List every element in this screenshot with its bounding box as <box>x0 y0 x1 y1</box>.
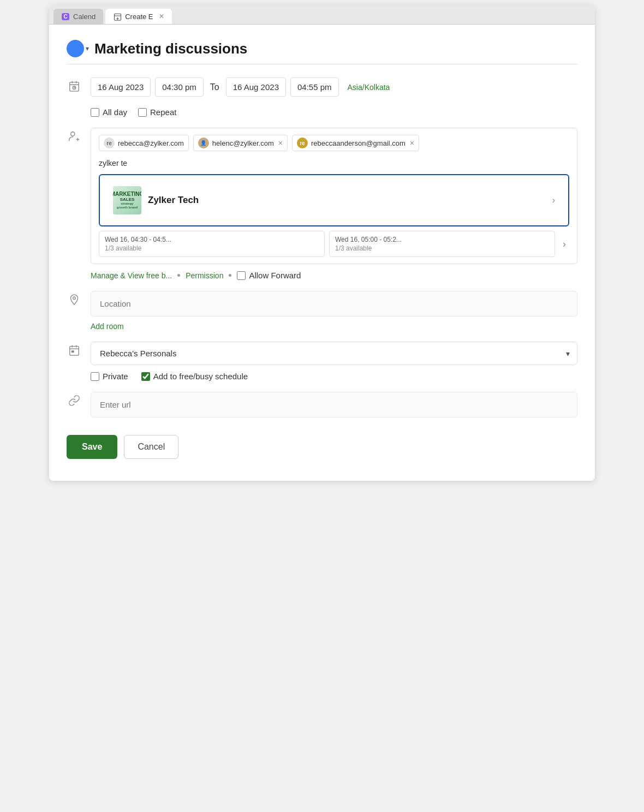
allday-repeat-row: All day Repeat <box>91 108 577 117</box>
manage-view-link[interactable]: Manage & View free b... <box>91 271 172 280</box>
dot-separator <box>229 274 231 277</box>
zylker-logo-cloud: MARKETING SALES strategy growth brand <box>113 186 141 214</box>
availability-row: Wed 16, 04:30 - 04:5... 1/3 available We… <box>99 231 569 257</box>
private-checkbox[interactable] <box>91 372 99 381</box>
remove-attendee-button[interactable]: × <box>410 139 414 147</box>
datetime-fields: 16 Aug 2023 04:30 pm To 16 Aug 2023 04:5… <box>91 77 577 97</box>
title-underline <box>67 64 577 64</box>
allow-forward-label[interactable]: Allow Forward <box>237 271 301 280</box>
datetime-icon <box>67 79 82 94</box>
attendees-box: re rebecca@zylker.com 👤 helenc@zylker.co… <box>91 128 577 264</box>
page-content: ▾ Marketing discussions 16 Aug <box>49 25 595 481</box>
slot-availability: 1/3 available <box>335 244 549 252</box>
svg-point-11 <box>71 132 75 136</box>
attendee-search-input[interactable] <box>99 157 569 170</box>
action-buttons: Save Cancel <box>67 435 577 459</box>
repeat-label: Repeat <box>150 108 176 117</box>
url-input[interactable] <box>91 392 577 417</box>
datetime-content: 16 Aug 2023 04:30 pm To 16 Aug 2023 04:5… <box>91 77 577 97</box>
end-date-field[interactable]: 16 Aug 2023 <box>226 77 286 97</box>
availability-slot[interactable]: Wed 16, 04:30 - 04:5... 1/3 available <box>99 231 325 257</box>
all-day-label: All day <box>103 108 127 117</box>
suggestion-item[interactable]: MARKETING SALES strategy growth brand Zy… <box>106 182 562 219</box>
datetime-row: 16 Aug 2023 04:30 pm To 16 Aug 2023 04:5… <box>67 77 577 97</box>
location-row: Add room <box>67 291 577 331</box>
svg-rect-17 <box>71 351 74 353</box>
slot-time: Wed 16, 05:00 - 05:2... <box>335 236 549 243</box>
permission-link[interactable]: Permission <box>186 271 223 280</box>
calendar-select-wrapper: Rebecca's Personals <box>91 342 577 365</box>
start-time-field[interactable]: 04:30 pm <box>155 77 204 97</box>
save-button[interactable]: Save <box>67 435 117 459</box>
cancel-button[interactable]: Cancel <box>124 435 178 459</box>
attendee-tag: 👤 helenc@zylker.com × <box>193 135 288 151</box>
svg-point-12 <box>73 297 76 300</box>
browser-window: C Calend Create E ✕ ▾ Mark <box>49 5 595 481</box>
event-title[interactable]: Marketing discussions <box>94 40 247 57</box>
attendees-row: re rebecca@zylker.com 👤 helenc@zylker.co… <box>67 128 577 280</box>
remove-attendee-button[interactable]: × <box>278 139 283 147</box>
busy-label[interactable]: Add to free/busy schedule <box>141 372 248 381</box>
suggestion-name: Zylker Tech <box>148 195 546 206</box>
slot-time: Wed 16, 04:30 - 04:5... <box>105 236 319 243</box>
calend-tab-icon: C <box>61 12 70 21</box>
attendee-email: rebecca@zylker.com <box>118 139 184 147</box>
attendee-avatar: 👤 <box>198 138 209 148</box>
calendar-icon <box>67 343 82 358</box>
private-busy-row: Private Add to free/busy schedule <box>91 372 577 381</box>
title-row: ▾ Marketing discussions <box>67 40 577 57</box>
attendee-avatar: re <box>104 138 115 148</box>
calendar-content: Rebecca's Personals Private Add to free/… <box>91 342 577 381</box>
calendar-dot <box>67 40 84 57</box>
location-input[interactable] <box>91 291 577 317</box>
availability-slot[interactable]: Wed 16, 05:00 - 05:2... 1/3 available <box>329 231 555 257</box>
dot-separator <box>177 274 180 277</box>
timezone-selector[interactable]: Asia/Kolkata <box>348 83 390 92</box>
url-content <box>91 392 577 417</box>
location-icon <box>67 292 82 307</box>
attendees-icon <box>67 129 82 144</box>
slot-availability: 1/3 available <box>105 244 319 252</box>
repeat-checkbox-label[interactable]: Repeat <box>138 108 176 117</box>
attendee-actions: Manage & View free b... Permission Allow… <box>91 271 577 280</box>
busy-text: Add to free/busy schedule <box>153 372 248 381</box>
attendee-tags: re rebecca@zylker.com 👤 helenc@zylker.co… <box>99 135 569 151</box>
private-label[interactable]: Private <box>91 372 128 381</box>
allow-forward-text: Allow Forward <box>249 271 301 280</box>
slots-more-button[interactable]: › <box>559 238 569 250</box>
create-event-tab-icon <box>113 12 122 21</box>
url-icon <box>67 393 82 408</box>
tab-bar: C Calend Create E ✕ <box>49 5 595 25</box>
allow-forward-checkbox[interactable] <box>237 271 246 280</box>
busy-checkbox[interactable] <box>141 372 150 381</box>
attendee-avatar: re <box>297 138 308 148</box>
suggestion-logo: MARKETING SALES strategy growth brand <box>113 186 141 214</box>
start-date-field[interactable]: 16 Aug 2023 <box>91 77 151 97</box>
private-text: Private <box>103 372 128 381</box>
url-row <box>67 392 577 417</box>
attendee-tag: re rebeccaanderson@gmail.com × <box>292 135 419 151</box>
location-content: Add room <box>91 291 577 331</box>
attendee-email: helenc@zylker.com <box>212 139 274 147</box>
tab-create-event[interactable]: Create E ✕ <box>105 9 171 24</box>
attendee-email: rebeccaanderson@gmail.com <box>311 139 406 147</box>
calendar-color-picker[interactable]: ▾ <box>67 40 89 57</box>
tab-close-button[interactable]: ✕ <box>159 13 164 20</box>
add-room-link[interactable]: Add room <box>91 322 577 331</box>
calendar-select[interactable]: Rebecca's Personals <box>91 342 577 365</box>
svg-rect-13 <box>70 347 79 356</box>
repeat-checkbox[interactable] <box>138 108 147 117</box>
tab-create-label: Create E <box>125 13 153 21</box>
calendar-row: Rebecca's Personals Private Add to free/… <box>67 342 577 381</box>
suggestion-dropdown: MARKETING SALES strategy growth brand Zy… <box>99 174 569 226</box>
attendee-tag: re rebecca@zylker.com <box>99 135 189 151</box>
dot-chevron-icon: ▾ <box>86 45 89 52</box>
tab-calend[interactable]: C Calend <box>53 9 103 24</box>
all-day-checkbox[interactable] <box>91 108 99 117</box>
attendees-content: re rebecca@zylker.com 👤 helenc@zylker.co… <box>91 128 577 280</box>
suggestion-chevron-icon: › <box>552 195 555 205</box>
attendee-search-row <box>99 157 569 170</box>
end-time-field[interactable]: 04:55 pm <box>290 77 339 97</box>
all-day-checkbox-label[interactable]: All day <box>91 108 127 117</box>
tab-calend-label: Calend <box>73 13 96 21</box>
